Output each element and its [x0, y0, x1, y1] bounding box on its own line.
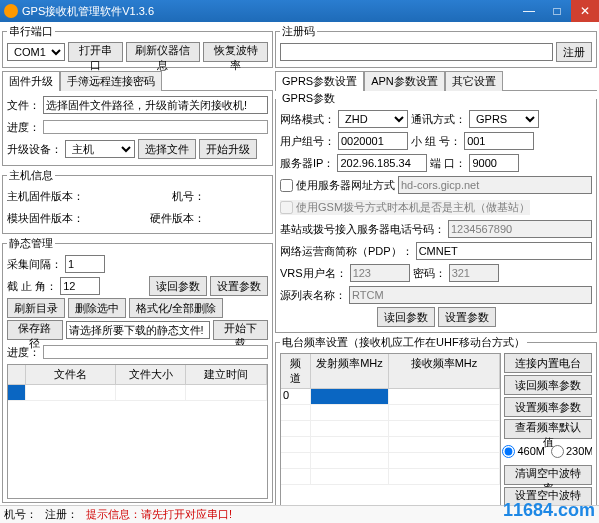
clear-airbaud-button[interactable]: 清调空中波特率 — [504, 465, 592, 485]
dl-progress-label: 进度： — [7, 345, 40, 360]
dial-label: 基站或拨号接入服务器电话号码： — [280, 222, 445, 237]
start-upgrade-button[interactable]: 开始升级 — [199, 139, 257, 159]
refresh-device-button[interactable]: 刷新仪器信息 — [126, 42, 201, 62]
subgroup-label: 小 组 号： — [411, 134, 461, 149]
set-freq-button[interactable]: 设置频率参数 — [504, 397, 592, 417]
band-230-radio[interactable]: 230M — [551, 445, 592, 458]
host-info-group: 主机信息 主机固件版本： 机号： 模块固件版本： 硬件版本： — [2, 168, 273, 234]
titlebar: GPS接收机管理软件V1.3.6 — □ ✕ — [0, 0, 599, 22]
refresh-dir-button[interactable]: 刷新目录 — [7, 298, 65, 318]
interval-label: 采集间隔： — [7, 257, 62, 272]
use-server-url-checkbox[interactable]: 使用服务器网址方式 — [280, 178, 395, 193]
static-read-button[interactable]: 读回参数 — [149, 276, 207, 296]
col-rxfreq: 接收频率MHz — [389, 354, 500, 388]
host-fw-label: 主机固件版本： — [7, 189, 97, 204]
static-file-table[interactable]: 文件名 文件大小 建立时间 — [7, 364, 268, 499]
tab-remote-password[interactable]: 手簿远程连接密码 — [60, 71, 162, 91]
progress-label: 进度： — [7, 120, 40, 135]
minimize-button[interactable]: — — [515, 0, 543, 22]
status-hint: 请先打开对应串口! — [141, 508, 232, 520]
angle-input[interactable] — [60, 277, 100, 295]
use-gsm-checkbox: 使用GSM拨号方式时本机是否是主机（做基站） — [280, 200, 530, 215]
status-machine: 机号： — [4, 507, 37, 522]
tab-other[interactable]: 其它设置 — [445, 71, 503, 91]
module-fw-label: 模块固件版本： — [7, 211, 97, 226]
default-freq-button[interactable]: 查看频率默认值 — [504, 419, 592, 439]
table-row[interactable]: 0 — [281, 389, 500, 405]
connect-internal-radio-button[interactable]: 连接内置电台 — [504, 353, 592, 373]
static-legend: 静态管理 — [7, 236, 55, 251]
col-filename: 文件名 — [26, 365, 116, 384]
open-port-button[interactable]: 打开串口 — [68, 42, 123, 62]
format-button[interactable]: 格式化/全部删除 — [129, 298, 223, 318]
file-label: 文件： — [7, 98, 40, 113]
netmode-select[interactable]: ZHD — [338, 110, 408, 128]
commtype-label: 通讯方式： — [411, 112, 466, 127]
download-path-input[interactable] — [66, 321, 210, 339]
host-id-label: 机号： — [172, 189, 205, 204]
table-row[interactable] — [8, 385, 267, 401]
delete-selected-button[interactable]: 删除选中 — [68, 298, 126, 318]
static-set-button[interactable]: 设置参数 — [210, 276, 268, 296]
register-group: 注册码 注册 — [275, 24, 597, 68]
start-download-button[interactable]: 开始下载 — [213, 320, 269, 340]
radio-freq-group: 电台频率设置（接收机应工作在UHF移动台方式） 频道 发射频率MHz 接收频率M… — [275, 335, 597, 511]
close-button[interactable]: ✕ — [571, 0, 599, 22]
serial-port-group: 串行端口 COM1 打开串口 刷新仪器信息 恢复波特率 — [2, 24, 273, 68]
col-createtime: 建立时间 — [186, 365, 267, 384]
col-txfreq: 发射频率MHz — [311, 354, 389, 388]
register-button[interactable]: 注册 — [556, 42, 592, 62]
interval-input[interactable] — [65, 255, 105, 273]
band-460-radio[interactable]: 460M — [502, 445, 545, 458]
usergroup-label: 用户组号： — [280, 134, 335, 149]
app-icon — [4, 4, 18, 18]
statusbar: 机号： 注册： 提示信息：请先打开对应串口! — [0, 505, 599, 523]
file-path-input[interactable] — [43, 96, 268, 114]
status-hint-label: 提示信息： — [86, 508, 141, 520]
serverip-input[interactable] — [337, 154, 427, 172]
port-input[interactable] — [469, 154, 519, 172]
vrs-input — [350, 264, 410, 282]
read-freq-button[interactable]: 读回频率参数 — [504, 375, 592, 395]
choose-file-button[interactable]: 选择文件 — [138, 139, 196, 159]
save-path-button[interactable]: 保存路径 — [7, 320, 63, 340]
freq-table[interactable]: 频道 发射频率MHz 接收频率MHz 0 — [280, 353, 501, 507]
gprs-params-group: GPRS参数 网络模式： ZHD 通讯方式： GPRS 用户组号： 小 组 号：… — [275, 91, 597, 333]
status-register: 注册： — [45, 507, 78, 522]
static-group: 静态管理 采集间隔： 截 止 角： 读回参数 设置参数 刷新目录 删除选中 格式… — [2, 236, 273, 503]
dial-input — [448, 220, 592, 238]
restore-baud-button[interactable]: 恢复波特率 — [203, 42, 268, 62]
gprs-set-button[interactable]: 设置参数 — [438, 307, 496, 327]
set-airbaud-button[interactable]: 设置空中波特率 — [504, 487, 592, 507]
col-filesize: 文件大小 — [116, 365, 186, 384]
pwd-label: 密码： — [413, 266, 446, 281]
tab-apn[interactable]: APN参数设置 — [364, 71, 445, 91]
register-code-input[interactable] — [280, 43, 553, 61]
server-url-input — [398, 176, 592, 194]
download-progress — [43, 345, 268, 359]
angle-label: 截 止 角： — [7, 279, 57, 294]
tab-firmware-upgrade[interactable]: 固件升级 — [2, 71, 60, 91]
col-channel: 频道 — [281, 354, 311, 388]
usergroup-input[interactable] — [338, 132, 408, 150]
serial-legend: 串行端口 — [7, 24, 55, 39]
upgrade-device-select[interactable]: 主机 — [65, 140, 135, 158]
com-port-select[interactable]: COM1 — [7, 43, 65, 61]
window-title: GPS接收机管理软件V1.3.6 — [22, 4, 515, 19]
gprs-read-button[interactable]: 读回参数 — [377, 307, 435, 327]
netmode-label: 网络模式： — [280, 112, 335, 127]
pdp-label: 网络运营商简称（PDP）： — [280, 244, 413, 259]
subgroup-input[interactable] — [464, 132, 534, 150]
radio-legend: 电台频率设置（接收机应工作在UHF移动台方式） — [280, 335, 527, 350]
source-label: 源列表名称： — [280, 288, 346, 303]
tab-gprs[interactable]: GPRS参数设置 — [275, 71, 364, 91]
register-legend: 注册码 — [280, 24, 317, 39]
pdp-input[interactable] — [416, 242, 592, 260]
source-input — [349, 286, 592, 304]
maximize-button[interactable]: □ — [543, 0, 571, 22]
port-label: 端 口： — [430, 156, 466, 171]
host-legend: 主机信息 — [7, 168, 55, 183]
vrs-label: VRS用户名： — [280, 266, 347, 281]
commtype-select[interactable]: GPRS — [469, 110, 539, 128]
serverip-label: 服务器IP： — [280, 156, 334, 171]
